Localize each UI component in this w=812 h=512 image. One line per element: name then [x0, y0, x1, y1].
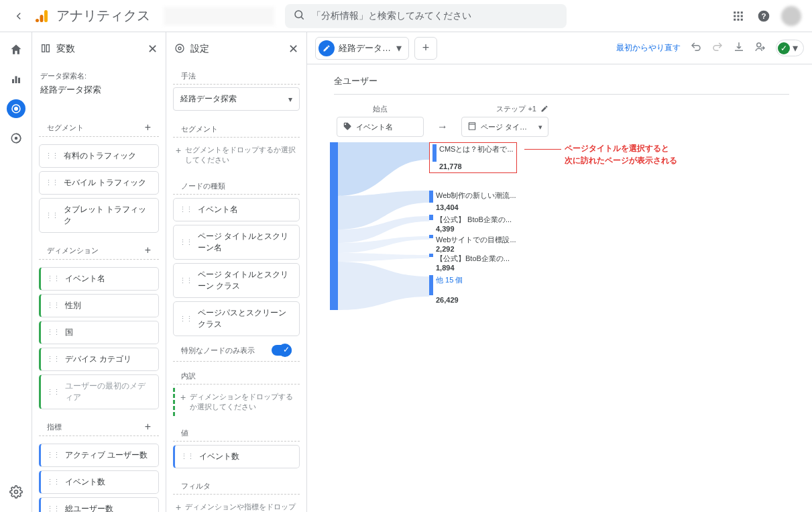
path-node[interactable]: 【公式】 BtoB企業の...4,399 — [429, 215, 512, 234]
annotation-line — [524, 149, 561, 150]
back-arrow-icon[interactable] — [11, 8, 27, 24]
vars-title: 変数 — [56, 43, 75, 55]
add-dimension-icon[interactable]: + — [145, 244, 151, 256]
svg-point-3 — [295, 11, 302, 18]
apps-icon[interactable] — [730, 8, 746, 24]
add-tab-button[interactable]: + — [414, 37, 437, 60]
segment-chip[interactable]: ⋮⋮有料のトラフィック — [39, 144, 159, 168]
annotation-text: ページタイトルを選択すると 次に訪れたページが表示される — [565, 142, 677, 166]
sankey-chart: session_start 70,197 CMSとは？初心者で...21,778… — [330, 142, 796, 317]
technique-label: 手法 — [173, 66, 300, 85]
metrics-label: 指標 — [47, 422, 62, 432]
edit-tab-icon[interactable] — [318, 40, 335, 56]
unique-nodes-toggle[interactable]: ✓ — [272, 345, 292, 356]
svg-rect-5 — [738, 11, 740, 13]
ga-logo-icon — [35, 8, 51, 24]
tag-icon — [343, 121, 352, 132]
path-node[interactable]: Web制作の新しい潮流...13,404 — [429, 191, 516, 212]
breakdown-dropzone[interactable]: +ディメンションをドロップするか選択してください — [173, 388, 300, 416]
step-node-select[interactable]: ページ タイトルとスク... ▾ — [461, 117, 548, 137]
path-node[interactable]: 【公式】BtoB企業の...1,894 — [429, 254, 510, 273]
nodetype-chip[interactable]: ⋮⋮ページ タイトルとスクリーン名 — [173, 225, 300, 260]
metric-chip[interactable]: ⋮⋮イベント数 — [39, 470, 159, 494]
tab-caret-icon[interactable]: ▾ — [396, 42, 402, 54]
status-pill[interactable]: ✓▾ — [776, 40, 804, 56]
nodetype-chip[interactable]: ⋮⋮ページパスとスクリーン クラス — [173, 301, 300, 336]
settings-icon[interactable] — [7, 482, 25, 501]
filter-dropzone[interactable]: +ディメンションや指標をドロップするか選択してください — [173, 498, 300, 512]
svg-point-25 — [178, 47, 181, 50]
start-over-link[interactable]: 最初からやり直す — [616, 42, 681, 54]
svg-text:?: ? — [761, 11, 766, 20]
metric-chip[interactable]: ⋮⋮アクティブ ユーザー数 — [39, 444, 159, 467]
redo-icon — [711, 41, 723, 56]
svg-point-19 — [14, 107, 17, 111]
svg-rect-24 — [46, 44, 49, 52]
metric-chip[interactable]: ⋮⋮総ユーザー数 — [39, 497, 159, 512]
svg-rect-12 — [741, 18, 743, 20]
add-metric-icon[interactable]: + — [145, 421, 151, 433]
dimensions-label: ディメンション — [47, 246, 99, 256]
values-chip[interactable]: ⋮⋮イベント数 — [173, 445, 300, 468]
top-header: アナリティクス 「分析情報」と検索してみてください ? — [0, 0, 812, 32]
add-segment-icon[interactable]: + — [145, 121, 151, 134]
reports-icon[interactable] — [7, 70, 25, 89]
edit-step-icon[interactable] — [540, 105, 548, 114]
start-node-select[interactable]: イベント名 — [337, 117, 424, 137]
breakdown-label: 内訳 — [173, 366, 300, 385]
svg-point-2 — [36, 19, 39, 22]
start-bar[interactable] — [330, 142, 338, 310]
help-icon[interactable]: ? — [756, 8, 772, 24]
dimension-chip[interactable]: ⋮⋮国 — [39, 321, 159, 344]
dimension-chip-disabled: ⋮⋮ユーザーの最初のメディア — [39, 374, 159, 409]
flow-paths — [338, 142, 432, 317]
share-icon[interactable] — [754, 41, 766, 56]
path-node[interactable]: 他 15 個26,429 — [429, 275, 463, 305]
page-icon — [467, 121, 477, 132]
svg-rect-15 — [12, 79, 14, 83]
dimension-chip[interactable]: ⋮⋮性別 — [39, 294, 159, 317]
unique-nodes-row: 特別なノードのみ表示 ✓ — [173, 340, 300, 362]
step-label: ステップ +1 — [461, 104, 548, 114]
advertising-icon[interactable] — [7, 129, 25, 148]
tab-name: 経路データ探... — [339, 42, 392, 54]
close-settings-icon[interactable]: ✕ — [288, 42, 298, 56]
svg-point-22 — [14, 491, 17, 494]
property-name-blurred — [164, 7, 274, 25]
canvas-toolbar: 経路データ探... ▾ + 最初からやり直す ✓▾ — [307, 32, 812, 64]
search-placeholder: 「分析情報」と検索してみてください — [312, 10, 471, 22]
search-bar[interactable]: 「分析情報」と検索してみてください — [285, 4, 567, 28]
segment-chip[interactable]: ⋮⋮モバイル トラフィック — [39, 171, 159, 195]
values-label: 値 — [173, 423, 300, 442]
user-avatar[interactable] — [781, 6, 801, 26]
app-title: アナリティクス — [56, 7, 150, 25]
undo-icon[interactable] — [690, 41, 702, 56]
nodetype-chip[interactable]: ⋮⋮イベント名 — [173, 198, 300, 221]
settings-panel: 設定 ✕ 手法 経路データ探索▾ セグメント +セグメントをドロップするか選択し… — [166, 32, 307, 512]
seg-label2: セグメント — [173, 119, 300, 138]
segments-label: セグメント — [47, 123, 84, 133]
path-node[interactable]: CMSとは？初心者で...21,778 — [429, 142, 517, 173]
arrow-right-icon: → — [437, 121, 448, 133]
dimension-chip[interactable]: ⋮⋮イベント名 — [39, 267, 159, 291]
exploration-tab[interactable]: 経路データ探... ▾ — [315, 37, 409, 60]
left-nav-rail — [0, 32, 32, 512]
home-icon[interactable] — [7, 40, 25, 59]
exp-name[interactable]: 経路データ探索 — [32, 84, 166, 103]
svg-point-21 — [15, 138, 17, 140]
segment-chip[interactable]: ⋮⋮タブレット トラフィック — [39, 198, 159, 233]
segments-dropzone[interactable]: +セグメントをドロップするか選択してください — [173, 141, 300, 169]
svg-point-27 — [757, 43, 761, 47]
path-node[interactable]: Webサイトでの目標設...2,292 — [429, 235, 516, 254]
start-label: 始点 — [337, 104, 424, 114]
settings-title: 設定 — [190, 43, 209, 55]
svg-rect-23 — [42, 44, 45, 52]
svg-rect-6 — [741, 11, 743, 13]
technique-select[interactable]: 経路データ探索▾ — [173, 87, 300, 111]
explore-icon[interactable] — [7, 99, 25, 118]
svg-rect-9 — [741, 15, 743, 17]
nodetype-chip[interactable]: ⋮⋮ページ タイトルとスクリーン クラス — [173, 263, 300, 298]
close-vars-icon[interactable]: ✕ — [148, 42, 158, 56]
dimension-chip[interactable]: ⋮⋮デバイス カテゴリ — [39, 348, 159, 371]
download-icon[interactable] — [733, 41, 745, 56]
